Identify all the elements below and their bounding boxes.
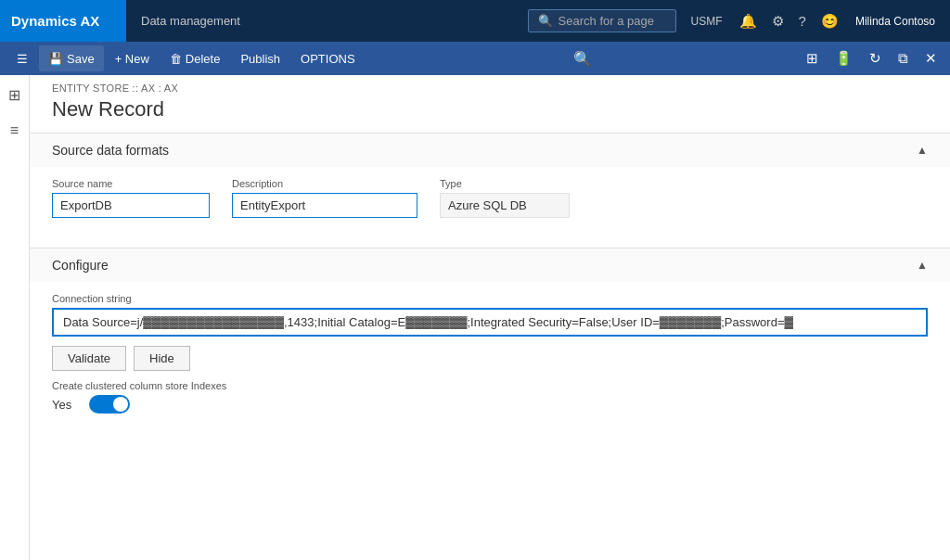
clustered-label: Create clustered column store Indexes bbox=[52, 380, 928, 391]
action-search-button[interactable]: 🔍 bbox=[566, 46, 599, 71]
clustered-value: Yes bbox=[52, 398, 80, 412]
source-form-row: Source name Description Type Azure SQL D… bbox=[52, 178, 928, 218]
main-content: ENTITY STORE :: AX : AX New Record Sourc… bbox=[30, 75, 950, 560]
list-icon[interactable]: ≡ bbox=[6, 119, 22, 143]
source-section: Source data formats ▲ Source name Descri… bbox=[30, 133, 950, 248]
save-button[interactable]: 💾 Save bbox=[39, 45, 104, 71]
type-value: Azure SQL DB bbox=[440, 193, 570, 218]
source-section-header[interactable]: Source data formats ▲ bbox=[30, 134, 950, 167]
brand-logo: Dynamics AX bbox=[0, 0, 126, 42]
help-icon[interactable]: ? bbox=[793, 9, 812, 32]
breadcrumb: ENTITY STORE :: AX : AX bbox=[30, 75, 950, 95]
conn-string-group: Connection string bbox=[52, 293, 928, 337]
validate-button[interactable]: Validate bbox=[52, 346, 126, 371]
configure-section-body: Connection string Validate Hide Create c… bbox=[30, 282, 950, 432]
hamburger-menu[interactable]: ☰ bbox=[7, 45, 37, 71]
publish-button[interactable]: Publish bbox=[231, 45, 289, 71]
configure-section-header[interactable]: Configure ▲ bbox=[30, 248, 950, 282]
refresh-icon[interactable]: ↻ bbox=[864, 46, 887, 70]
source-name-label: Source name bbox=[52, 178, 210, 189]
delete-icon: 🗑 bbox=[170, 52, 182, 66]
left-sidebar: ⊞ ≡ bbox=[0, 75, 30, 560]
hide-button[interactable]: Hide bbox=[134, 346, 190, 371]
source-section-body: Source name Description Type Azure SQL D… bbox=[30, 167, 950, 248]
action-buttons-row: Validate Hide bbox=[52, 346, 928, 371]
global-search[interactable]: 🔍 Search for a page bbox=[528, 9, 676, 32]
search-icon: 🔍 bbox=[538, 14, 553, 28]
source-section-title: Source data formats bbox=[52, 143, 169, 158]
toggle-value-row: Yes bbox=[52, 395, 928, 414]
clustered-toggle[interactable] bbox=[89, 395, 130, 414]
description-group: Description bbox=[232, 178, 417, 218]
notifications-icon[interactable]: 🔔 bbox=[734, 9, 763, 33]
source-chevron-icon: ▲ bbox=[917, 144, 928, 157]
type-label: Type bbox=[440, 178, 570, 189]
battery-icon[interactable]: 🔋 bbox=[829, 46, 858, 70]
description-label: Description bbox=[232, 178, 417, 189]
clustered-toggle-group: Create clustered column store Indexes Ye… bbox=[52, 380, 928, 414]
user-name: Milinda Contoso bbox=[848, 15, 943, 28]
top-navigation: Dynamics AX Data management 🔍 Search for… bbox=[0, 0, 950, 42]
conn-string-input[interactable] bbox=[52, 308, 928, 337]
windows-icon[interactable]: ⊞ bbox=[801, 46, 824, 70]
filter-icon[interactable]: ⊞ bbox=[5, 83, 24, 108]
search-placeholder: Search for a page bbox=[558, 14, 654, 28]
brand-name: Dynamics AX bbox=[11, 13, 99, 29]
source-name-group: Source name bbox=[52, 178, 210, 218]
configure-section: Configure ▲ Connection string Validate H… bbox=[30, 248, 950, 432]
action-bar: ☰ 💾 Save + New 🗑 Delete Publish OPTIONS … bbox=[0, 42, 950, 75]
user-icon[interactable]: 😊 bbox=[815, 9, 844, 33]
toggle-knob bbox=[113, 397, 128, 412]
close-icon[interactable]: ✕ bbox=[919, 46, 943, 70]
source-name-input[interactable] bbox=[52, 193, 210, 218]
conn-string-label: Connection string bbox=[52, 293, 928, 304]
region-selector[interactable]: USMF bbox=[684, 15, 730, 28]
save-icon: 💾 bbox=[48, 52, 63, 66]
description-input[interactable] bbox=[232, 193, 417, 218]
options-button[interactable]: OPTIONS bbox=[291, 45, 365, 71]
restore-icon[interactable]: ⧉ bbox=[892, 46, 914, 70]
settings-icon[interactable]: ⚙ bbox=[766, 9, 790, 33]
type-group: Type Azure SQL DB bbox=[440, 178, 570, 218]
page-title: New Record bbox=[30, 95, 950, 133]
configure-chevron-icon: ▲ bbox=[917, 259, 928, 272]
nav-icons: USMF 🔔 ⚙ ? 😊 Milinda Contoso bbox=[676, 9, 950, 33]
main-layout: ⊞ ≡ ENTITY STORE :: AX : AX New Record S… bbox=[0, 75, 950, 560]
configure-section-title: Configure bbox=[52, 258, 109, 273]
delete-button[interactable]: 🗑 Delete bbox=[160, 45, 230, 71]
module-title: Data management bbox=[126, 14, 528, 28]
new-button[interactable]: + New bbox=[106, 45, 159, 71]
